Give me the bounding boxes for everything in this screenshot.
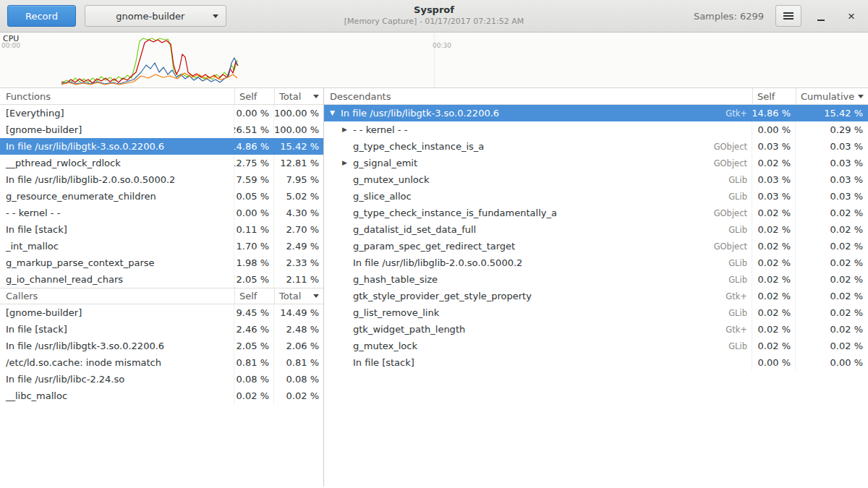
library-badge: GLib <box>720 341 747 351</box>
process-selector-dropdown[interactable]: gnome-builder <box>85 5 226 27</box>
descendant-row[interactable]: g_list_remove_link GLib 0.02 % 0.02 % <box>324 304 868 321</box>
self-percent: 0.02 % <box>752 205 796 221</box>
function-name-label: g_param_spec_get_redirect_target <box>353 241 515 252</box>
function-name: g_resource_enumerate_children <box>0 188 234 205</box>
process-selector-label: gnome-builder <box>93 11 208 22</box>
minimize-button[interactable] <box>810 5 832 27</box>
function-name: gtk_style_provider_get_style_property Gt… <box>324 288 752 304</box>
descendant-row[interactable]: g_mutex_unlock GLib 0.03 % 0.03 % <box>324 171 868 188</box>
descendant-row[interactable]: gtk_style_provider_get_style_property Gt… <box>324 288 868 304</box>
function-name-label: g_slice_alloc <box>353 191 412 202</box>
function-row[interactable]: g_markup_parse_context_parse 1.98 % 2.33… <box>0 254 323 271</box>
self-percent: 0.00 % <box>752 121 796 138</box>
self-percent: 0.08 % <box>234 371 274 388</box>
record-button[interactable]: Record <box>7 5 76 27</box>
functions-table-body: [Everything] 0.00 % 100.00 % [gnome-buil… <box>0 105 323 288</box>
expander-icon[interactable]: ▶ <box>342 127 353 133</box>
self-percent: 0.02 % <box>752 271 796 288</box>
function-name: - - kernel - - <box>0 205 234 221</box>
cumulative-percent: 0.02 % <box>796 221 868 238</box>
functions-self-column-header[interactable]: Self <box>234 88 274 104</box>
main-area: Functions Self Total [Everything] 0.00 %… <box>0 88 868 487</box>
caller-row[interactable]: __libc_malloc 0.02 % 0.02 % <box>0 388 323 404</box>
expander-icon[interactable]: ▶ <box>342 160 353 166</box>
cumulative-percent: 0.02 % <box>796 254 868 271</box>
expander-icon[interactable]: ▼ <box>330 110 341 116</box>
function-name: __pthread_rwlock_rdlock <box>0 155 234 171</box>
function-row[interactable]: [Everything] 0.00 % 100.00 % <box>0 105 323 121</box>
function-row[interactable]: __pthread_rwlock_rdlock 12.75 % 12.81 % <box>0 155 323 171</box>
function-row[interactable]: In file /usr/lib/libgtk-3.so.0.2200.6 14… <box>0 138 323 155</box>
caller-row[interactable]: In file /usr/lib/libgtk-3.so.0.2200.6 2.… <box>0 338 323 354</box>
function-name-label: g_type_check_instance_is_fundamentally_a <box>353 207 557 218</box>
cumulative-percent: 0.03 % <box>796 138 868 155</box>
functions-column-header[interactable]: Functions <box>0 88 234 104</box>
function-row[interactable]: g_resource_enumerate_children 0.05 % 5.0… <box>0 188 323 205</box>
callers-self-column-header[interactable]: Self <box>234 288 274 304</box>
caller-row[interactable]: In file /usr/lib/libc-2.24.so 0.08 % 0.0… <box>0 371 323 388</box>
self-percent: 0.11 % <box>234 221 274 238</box>
library-badge: GLib <box>720 258 747 268</box>
self-percent: 0.02 % <box>752 155 796 171</box>
descendant-row[interactable]: gtk_widget_path_length Gtk+ 0.02 % 0.02 … <box>324 321 868 338</box>
descendant-row[interactable]: g_datalist_id_set_data_full GLib 0.02 % … <box>324 221 868 238</box>
descendant-row[interactable]: g_hash_table_size GLib 0.02 % 0.02 % <box>324 271 868 288</box>
cumulative-percent: 0.02 % <box>796 304 868 321</box>
descendant-row[interactable]: g_param_spec_get_redirect_target GObject… <box>324 238 868 254</box>
callers-total-column-header[interactable]: Total <box>274 288 323 304</box>
function-name: ▼ In file /usr/lib/libgtk-3.so.0.2200.6 … <box>324 105 752 121</box>
header-right-cluster: Samples: 6299 × <box>694 5 862 27</box>
hamburger-icon <box>783 15 793 17</box>
function-row[interactable]: _int_malloc 1.70 % 2.49 % <box>0 238 323 254</box>
descendant-row[interactable]: ▶ g_signal_emit GObject 0.02 % 0.03 % <box>324 155 868 171</box>
function-row[interactable]: In file /usr/lib/libglib-2.0.so.0.5000.2… <box>0 171 323 188</box>
sort-descending-icon <box>313 95 319 98</box>
cumulative-percent: 0.02 % <box>796 288 868 304</box>
time-gridline <box>434 33 435 88</box>
descendant-row[interactable]: g_mutex_lock GLib 0.02 % 0.02 % <box>324 338 868 354</box>
total-percent: 0.08 % <box>274 371 323 388</box>
descendant-row[interactable]: g_type_check_instance_is_fundamentally_a… <box>324 205 868 221</box>
descendant-row[interactable]: ▼ In file /usr/lib/libgtk-3.so.0.2200.6 … <box>324 105 868 121</box>
descendant-row[interactable]: In file [stack] 0.00 % 0.00 % <box>324 354 868 371</box>
descendants-self-column-header[interactable]: Self <box>752 88 796 104</box>
cumulative-percent: 0.02 % <box>796 238 868 254</box>
function-row[interactable]: - - kernel - - 0.00 % 4.30 % <box>0 205 323 221</box>
library-badge: GLib <box>720 275 747 285</box>
descendant-row[interactable]: In file /usr/lib/libglib-2.0.so.0.5000.2… <box>324 254 868 271</box>
descendants-table-header: Descendants Self Cumulative <box>324 88 868 105</box>
descendants-column-header[interactable]: Descendants <box>324 88 752 104</box>
caller-row[interactable]: In file [stack] 2.46 % 2.48 % <box>0 321 323 338</box>
functions-total-column-header[interactable]: Total <box>274 88 323 104</box>
function-name-label: g_mutex_lock <box>353 341 417 351</box>
self-percent: 0.03 % <box>752 138 796 155</box>
function-name: In file [stack] <box>0 321 234 338</box>
functions-table-header: Functions Self Total <box>0 88 323 105</box>
total-percent: 2.33 % <box>274 254 323 271</box>
self-percent: 26.51 % <box>234 121 274 138</box>
caller-row[interactable]: /etc/ld.so.cache: inode mismatch 0.81 % … <box>0 354 323 371</box>
total-percent: 100.00 % <box>274 105 323 121</box>
self-percent: 2.46 % <box>234 321 274 338</box>
function-row[interactable]: g_io_channel_read_chars 2.05 % 2.11 % <box>0 271 323 288</box>
function-name: g_datalist_id_set_data_full GLib <box>324 221 752 238</box>
function-name: In file /usr/lib/libgtk-3.so.0.2200.6 <box>0 338 234 354</box>
function-name: g_type_check_instance_is_a GObject <box>324 138 752 155</box>
total-percent: 5.02 % <box>274 188 323 205</box>
library-badge: Gtk+ <box>717 108 747 119</box>
descendant-row[interactable]: g_type_check_instance_is_a GObject 0.03 … <box>324 138 868 155</box>
caller-row[interactable]: [gnome-builder] 9.45 % 14.49 % <box>0 304 323 321</box>
self-percent: 0.03 % <box>752 171 796 188</box>
descendants-cumulative-column-header[interactable]: Cumulative <box>796 88 868 104</box>
cpu-graph[interactable]: CPU 00:00 00:30 <box>0 33 868 88</box>
callers-column-header[interactable]: Callers <box>0 288 234 304</box>
menu-button[interactable] <box>775 5 801 27</box>
self-percent: 2.05 % <box>234 338 274 354</box>
descendant-row[interactable]: ▶ - - kernel - - 0.00 % 0.29 % <box>324 121 868 138</box>
function-row[interactable]: [gnome-builder] 26.51 % 100.00 % <box>0 121 323 138</box>
function-row[interactable]: In file [stack] 0.11 % 2.70 % <box>0 221 323 238</box>
close-button[interactable]: × <box>841 5 862 27</box>
descendant-row[interactable]: g_slice_alloc GLib 0.03 % 0.03 % <box>324 188 868 205</box>
self-percent: 14.86 % <box>752 105 796 121</box>
left-pane: Functions Self Total [Everything] 0.00 %… <box>0 88 324 487</box>
